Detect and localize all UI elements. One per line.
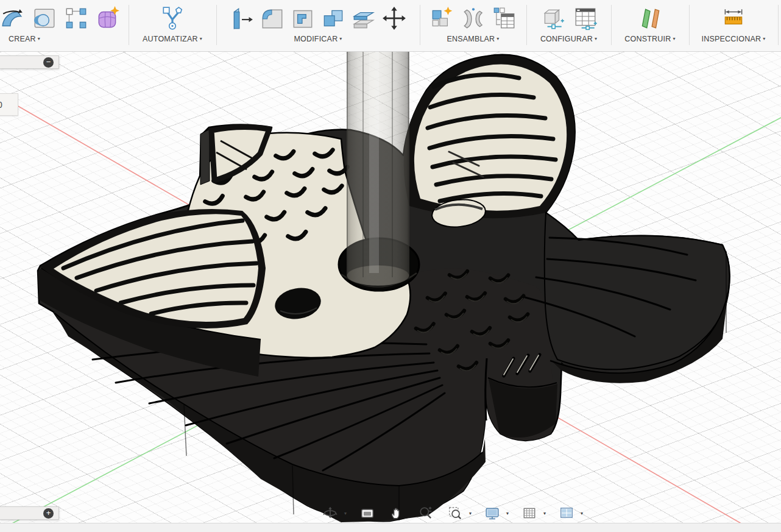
joint-icon[interactable] xyxy=(461,4,486,32)
menu-inspeccionar[interactable]: INSPECCIONAR▾ xyxy=(689,35,778,43)
main-toolbar: CREAR▾ AUTOMATIZAR▾ xyxy=(0,0,781,52)
viewports-menu-caret[interactable]: ▾ xyxy=(581,511,583,516)
toolbar-divider xyxy=(778,5,779,45)
fillet-icon[interactable] xyxy=(260,4,285,32)
transparent-cylinder[interactable] xyxy=(347,52,409,286)
chevron-down-icon: ▾ xyxy=(339,36,342,41)
cylinder-sheen xyxy=(369,52,379,273)
expand-button[interactable]: + xyxy=(43,508,54,519)
create-form-icon[interactable] xyxy=(95,4,121,32)
construction-plane-icon[interactable] xyxy=(637,4,663,32)
collapse-button[interactable]: − xyxy=(43,57,54,68)
grid-display-menu-caret[interactable]: ▾ xyxy=(543,511,546,516)
menu-construir[interactable]: CONSTRUIR▾ xyxy=(611,35,689,43)
chevron-down-icon: ▾ xyxy=(673,36,675,41)
look-at-icon[interactable] xyxy=(359,505,376,522)
chevron-down-icon: ▾ xyxy=(497,36,499,41)
zoom-window-menu-caret[interactable]: ▾ xyxy=(469,511,472,516)
browser-panel-collapsed[interactable]: − xyxy=(0,55,59,69)
configuration-table-icon[interactable] xyxy=(573,4,598,32)
toolbar-group-construir: CONSTRUIR▾ xyxy=(611,0,689,51)
minus-icon: − xyxy=(46,57,51,66)
dorsal-fin-wall xyxy=(200,129,210,185)
zoom-window-icon[interactable] xyxy=(447,505,464,522)
timeline-panel-collapsed[interactable]: + xyxy=(0,506,59,520)
orbit-menu-caret[interactable]: ▾ xyxy=(344,511,347,516)
toolbar-group-crear: CREAR▾ xyxy=(0,0,129,51)
grid-display-icon[interactable] xyxy=(521,505,538,522)
chevron-down-icon: ▾ xyxy=(763,36,765,41)
bom-icon[interactable] xyxy=(492,4,517,32)
3d-viewport[interactable]: − 0 + ▾ xyxy=(0,52,781,523)
sweep-icon[interactable] xyxy=(0,4,26,32)
toolbar-group-inspeccionar: INSPECCIONAR▾ xyxy=(689,0,778,51)
pan-icon[interactable] xyxy=(388,505,405,522)
split-body-icon[interactable] xyxy=(351,4,376,32)
orbit-icon[interactable] xyxy=(322,505,339,522)
menu-crear[interactable]: CREAR▾ xyxy=(0,35,129,43)
press-pull-icon[interactable] xyxy=(229,4,255,32)
toolbar-group-modificar: MODIFICAR▾ xyxy=(216,0,420,51)
zoom-icon[interactable] xyxy=(417,505,434,522)
measure-icon[interactable] xyxy=(721,4,746,32)
bottom-strip xyxy=(0,523,781,532)
toolbar-group-ensamblar: ENSAMBLAR▾ xyxy=(420,0,526,51)
configuration-icon[interactable] xyxy=(540,4,565,32)
boundary-fill-icon[interactable] xyxy=(32,4,57,32)
viewports-icon[interactable] xyxy=(558,505,575,522)
new-component-icon[interactable] xyxy=(429,4,455,32)
display-settings-icon[interactable] xyxy=(484,505,501,522)
mini-label: 0 xyxy=(0,100,2,110)
automate-icon[interactable] xyxy=(160,4,185,32)
toolbar-group-configurar: CONFIGURAR▾ xyxy=(526,0,611,51)
plus-icon: + xyxy=(46,508,51,517)
scene-canvas xyxy=(0,52,781,523)
rectangular-pattern-icon[interactable] xyxy=(63,4,89,32)
toolbar-group-automatizar: AUTOMATIZAR▾ xyxy=(129,0,216,51)
menu-modificar[interactable]: MODIFICAR▾ xyxy=(216,35,420,43)
menu-ensamblar[interactable]: ENSAMBLAR▾ xyxy=(420,35,526,43)
chevron-down-icon: ▾ xyxy=(200,36,202,41)
move-copy-icon[interactable] xyxy=(381,4,407,32)
chevron-down-icon: ▾ xyxy=(595,36,597,41)
chevron-down-icon: ▾ xyxy=(38,36,40,41)
menu-automatizar[interactable]: AUTOMATIZAR▾ xyxy=(129,35,216,43)
menu-configurar[interactable]: CONFIGURAR▾ xyxy=(526,35,611,43)
fusion-app-window: CREAR▾ AUTOMATIZAR▾ xyxy=(0,0,781,532)
navigation-bar: ▾ xyxy=(322,504,583,522)
combine-icon[interactable] xyxy=(320,4,346,32)
shell-icon[interactable] xyxy=(290,4,316,32)
mini-label-box: 0 xyxy=(0,93,18,116)
display-settings-menu-caret[interactable]: ▾ xyxy=(506,511,509,516)
